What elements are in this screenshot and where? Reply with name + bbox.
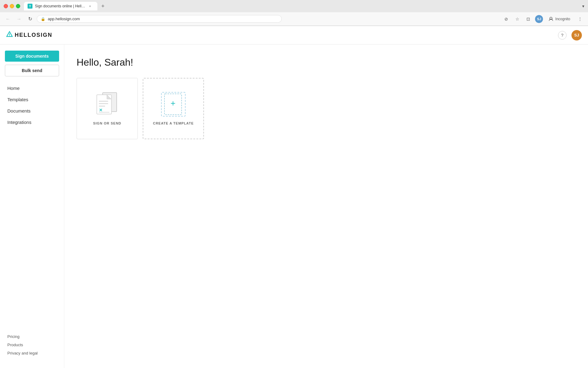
- browser-tabs: Y Sign documents online | HelloS × +: [24, 2, 579, 10]
- forward-icon: →: [17, 16, 21, 22]
- app-container: HELLOSIGN ? SJ Sign documents Bulk send …: [0, 26, 588, 368]
- bookmark-button[interactable]: ☆: [513, 15, 522, 23]
- bulk-send-button[interactable]: Bulk send: [5, 65, 59, 76]
- chrome-user-avatar[interactable]: SJ: [535, 15, 543, 23]
- address-bar[interactable]: 🔒 app.hellosign.com: [37, 15, 282, 23]
- sidebar: Sign documents Bulk send Home Templates …: [0, 44, 64, 368]
- new-tab-button[interactable]: +: [99, 2, 107, 10]
- tab-title: Sign documents online | HelloS: [35, 4, 85, 8]
- logo-text: HELLOSIGN: [15, 32, 52, 38]
- help-icon: ?: [561, 33, 564, 38]
- menu-icon: ⋮: [578, 17, 582, 21]
- sidebar-nav: Home Templates Documents Integrations: [0, 82, 64, 328]
- browser-dropdown-button[interactable]: ▾: [582, 4, 584, 9]
- maximize-button[interactable]: [16, 4, 20, 8]
- create-template-icon: +: [161, 92, 186, 117]
- user-avatar[interactable]: SJ: [571, 30, 582, 40]
- incognito-button[interactable]: Incognito: [545, 15, 573, 23]
- lock-icon: 🔒: [41, 17, 45, 21]
- tab-favicon-icon: Y: [28, 4, 32, 9]
- page-greeting: Hello, Sarah!: [77, 57, 576, 68]
- browser-chrome: Y Sign documents online | HelloS × + ▾ ←…: [0, 0, 588, 26]
- sidebar-item-templates[interactable]: Templates: [5, 94, 59, 105]
- svg-text:+: +: [171, 98, 175, 108]
- footer-link-privacy[interactable]: Privacy and legal: [5, 349, 59, 357]
- svg-text:✕: ✕: [99, 108, 103, 113]
- refresh-icon: ↻: [28, 16, 32, 22]
- create-template-card[interactable]: + CREATE A TEMPLATE: [143, 78, 204, 139]
- address-text: app.hellosign.com: [48, 17, 278, 21]
- toolbar-right: ⊘ ☆ ⊡ SJ Incognito ⋮: [502, 15, 584, 23]
- sidebar-top: Sign documents Bulk send: [0, 51, 64, 76]
- sidebar-item-home[interactable]: Home: [5, 82, 59, 94]
- minimize-button[interactable]: [10, 4, 14, 8]
- hellosign-logo-svg: [6, 31, 13, 38]
- refresh-button[interactable]: ↻: [26, 15, 34, 23]
- svg-text:Y: Y: [29, 5, 31, 8]
- document-icon: ✕: [96, 92, 118, 117]
- svg-point-5: [9, 36, 10, 36]
- incognito-label: Incognito: [555, 17, 570, 21]
- star-icon: ☆: [515, 17, 519, 21]
- create-template-svg: +: [164, 94, 183, 115]
- create-template-label: CREATE A TEMPLATE: [153, 121, 194, 125]
- sidebar-item-templates-label: Templates: [7, 97, 28, 102]
- sidebar-item-documents-label: Documents: [7, 108, 31, 113]
- split-screen-button[interactable]: ⊡: [524, 15, 533, 23]
- camera-off-button[interactable]: ⊘: [502, 15, 511, 23]
- sign-or-send-card[interactable]: ✕ SIGN OR SEND: [77, 78, 138, 139]
- doc-front-page: ✕: [96, 94, 112, 115]
- forward-button[interactable]: →: [15, 15, 23, 23]
- help-button[interactable]: ?: [558, 31, 567, 40]
- sign-or-send-label: SIGN OR SEND: [93, 121, 121, 125]
- traffic-lights: [4, 4, 20, 8]
- menu-button[interactable]: ⋮: [576, 15, 584, 23]
- split-screen-icon: ⊡: [526, 17, 530, 21]
- chrome-user-initials: SJ: [537, 17, 541, 21]
- footer-link-products[interactable]: Products: [5, 341, 59, 349]
- main-content: Hello, Sarah!: [64, 44, 588, 368]
- sidebar-item-documents[interactable]: Documents: [5, 105, 59, 117]
- main-layout: Sign documents Bulk send Home Templates …: [0, 44, 588, 368]
- sidebar-item-integrations[interactable]: Integrations: [5, 117, 59, 128]
- app-header: HELLOSIGN ? SJ: [0, 26, 588, 44]
- sidebar-footer: Pricing Products Privacy and legal: [0, 328, 64, 362]
- close-button[interactable]: [4, 4, 8, 8]
- footer-link-pricing[interactable]: Pricing: [5, 332, 59, 341]
- sidebar-item-home-label: Home: [7, 86, 20, 91]
- user-initials: SJ: [574, 33, 579, 37]
- camera-off-icon: ⊘: [504, 17, 508, 21]
- back-icon: ←: [6, 16, 10, 22]
- browser-titlebar: Y Sign documents online | HelloS × + ▾: [0, 0, 588, 12]
- logo-icon: [6, 31, 13, 39]
- action-cards: ✕ SIGN OR SEND +: [77, 78, 576, 139]
- browser-toolbar: ← → ↻ 🔒 app.hellosign.com ⊘ ☆ ⊡ SJ: [0, 12, 588, 26]
- active-tab[interactable]: Y Sign documents online | HelloS ×: [24, 2, 97, 10]
- sidebar-item-integrations-label: Integrations: [7, 120, 31, 125]
- sign-documents-button[interactable]: Sign documents: [5, 51, 59, 62]
- header-right: ? SJ: [558, 30, 582, 40]
- logo: HELLOSIGN: [6, 31, 52, 39]
- incognito-icon: [548, 17, 553, 21]
- back-button[interactable]: ←: [4, 15, 12, 23]
- tab-close-button[interactable]: ×: [88, 4, 92, 9]
